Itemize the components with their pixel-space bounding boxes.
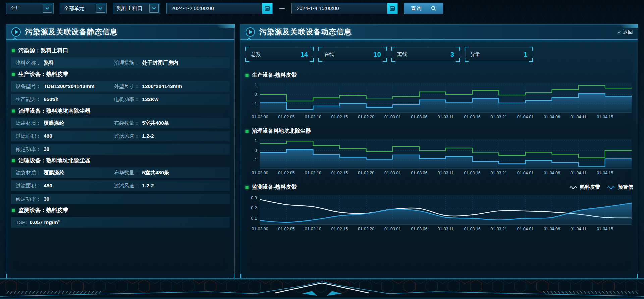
info-value: 132Kw — [142, 96, 158, 102]
info-label: 生产能力： — [16, 96, 41, 103]
double-chevron-left-icon: « — [618, 29, 620, 35]
info-value: 0.057 mg/m³ — [30, 219, 60, 225]
info-value: 覆膜涤纶 — [44, 120, 64, 127]
svg-text:01-03 16: 01-03 16 — [464, 171, 480, 175]
info-label: 过滤风速： — [114, 133, 139, 139]
section-heading-text: 治理设备：熟料地坑南除尘器 — [18, 107, 91, 115]
info-label: 过滤面积： — [16, 133, 41, 139]
chart-title: 治理设备料地坑北除尘器 — [252, 128, 311, 135]
info-label: 设备型号： — [16, 83, 41, 90]
info-label: 过滤面积： — [16, 183, 41, 189]
info-value: 覆膜涤纶 — [44, 169, 64, 176]
svg-text:01-03 21: 01-03 21 — [491, 115, 507, 119]
start-date-value: 2024-1-2 00:00:00 — [171, 5, 214, 11]
info-label: 滤袋材质： — [16, 170, 41, 176]
chart-block-1: 生产设备-熟料皮带 10-101-02 0001-02 0501-02 1001… — [245, 72, 633, 120]
section-heading: 治理设备：熟料地坑南除尘器 — [12, 107, 230, 115]
info-cell: 外型尺寸：1200*204143mm — [114, 83, 225, 90]
search-icon — [431, 6, 436, 11]
unit-select-value: 全部单元 — [64, 5, 84, 12]
chevron-down-icon — [43, 4, 52, 13]
static-info-panel: 污染源及关联设备静态信息 污染源：熟料上料口物料名称：熟料治理措施：处于封闭厂房… — [6, 24, 235, 279]
start-date-input[interactable]: 2024-1-2 00:00:00 — [166, 3, 262, 14]
chart-block-3: 监测设备-熟料皮带 熟料皮带预警信 0.30.20.101-02 0001-02… — [245, 184, 633, 232]
svg-text:01-04 06: 01-04 06 — [544, 115, 560, 119]
svg-text:0.3: 0.3 — [251, 195, 257, 200]
svg-text:01-02 05: 01-02 05 — [278, 115, 294, 119]
plant-select[interactable]: 全厂 — [6, 3, 54, 14]
source-select[interactable]: 熟料上料口 — [113, 3, 160, 14]
dynamic-content: 总数 14 在线 10 离线 3 异常 1 生产设备-熟料皮带 10-101-0… — [240, 40, 638, 232]
svg-text:01-04 01: 01-04 01 — [517, 227, 534, 231]
svg-text:01-02 00: 01-02 00 — [252, 227, 268, 231]
calendar-icon[interactable] — [387, 3, 398, 14]
info-label: 物料名称： — [16, 60, 41, 66]
info-row: 额定功率：30 — [11, 194, 230, 204]
info-cell: 过滤面积：480 — [16, 183, 114, 189]
svg-text:01-04 11: 01-04 11 — [571, 115, 587, 119]
unit-select[interactable]: 全部单元 — [60, 3, 107, 14]
svg-text:01-04 15: 01-04 15 — [597, 115, 613, 119]
section-heading-text: 治理设备：熟料地坑北除尘器 — [18, 157, 91, 164]
end-date-input[interactable]: 2024-1-4 15:00:00 — [291, 3, 387, 14]
info-cell: 布华数量：5室共480条 — [114, 169, 225, 176]
toolbar: 全厂 全部单元 熟料上料口 2024-1-2 00:00:00 — 2024-1… — [6, 3, 443, 14]
info-label: 额定功率： — [16, 146, 41, 153]
info-label: 布华数量： — [114, 170, 139, 176]
info-row: 设备型号：TDB1200*204143mm外型尺寸：1200*204143mm — [11, 81, 230, 92]
svg-text:01-03 21: 01-03 21 — [491, 171, 507, 175]
svg-text:01-03 06: 01-03 06 — [411, 171, 427, 175]
info-value: 1.2-2 — [142, 133, 154, 139]
info-cell: 滤袋材质：覆膜涤纶 — [16, 120, 114, 127]
stat-value: 3 — [450, 51, 454, 58]
svg-text:01-04 01: 01-04 01 — [517, 115, 534, 119]
info-cell: 滤袋材质：覆膜涤纶 — [16, 169, 114, 176]
info-value: 30 — [44, 196, 49, 202]
info-row: 生产能力：650t/h电机功率：132Kw — [11, 94, 230, 105]
section-bullet-icon — [12, 73, 15, 76]
info-row: TSP:0.057 mg/m³ — [11, 217, 230, 228]
info-cell: 过滤风速：1.2-2 — [114, 133, 225, 139]
stat-value: 1 — [524, 51, 527, 58]
static-panel-header: 污染源及关联设备静态信息 — [6, 25, 234, 40]
query-button[interactable]: 查询 — [404, 3, 443, 14]
svg-text:01-03 16: 01-03 16 — [464, 227, 480, 231]
svg-text:01-03 11: 01-03 11 — [438, 171, 454, 175]
stat-card-offline: 离线 3 — [391, 47, 460, 62]
info-row: 过滤面积：480过鸿风速：1.2-2 — [11, 180, 230, 191]
stat-label: 异常 — [470, 51, 480, 58]
info-cell: TSP:0.057 mg/m³ — [16, 219, 114, 225]
start-date-group: 2024-1-2 00:00:00 — [166, 3, 273, 14]
info-value: 480 — [44, 183, 52, 189]
stat-card-total: 总数 14 — [245, 47, 314, 62]
svg-text:01-02 15: 01-02 15 — [331, 115, 348, 119]
chart-legend: 熟料皮带预警信 — [570, 184, 633, 190]
calendar-icon[interactable] — [262, 3, 273, 14]
section-heading: 污染源：熟料上料口 — [12, 47, 230, 54]
svg-text:1: 1 — [255, 138, 257, 143]
legend-item[interactable]: 预警信 — [607, 184, 633, 190]
wave-line-icon — [570, 185, 578, 189]
info-cell: 物料名称：熟料 — [16, 59, 114, 67]
svg-text:01-03 16: 01-03 16 — [464, 115, 480, 119]
info-label: 电机功率： — [114, 96, 139, 103]
svg-text:-1: -1 — [253, 157, 257, 162]
info-row: 滤袋材质：覆膜涤纶布袋数量：5室共480条 — [11, 118, 230, 128]
svg-text:01-02 15: 01-02 15 — [331, 171, 348, 175]
svg-text:01-04 06: 01-04 06 — [544, 171, 560, 175]
chart-canvas: 0.30.20.101-02 0001-02 0501-02 1001-02 1… — [245, 193, 634, 232]
back-button-label: 返回 — [623, 29, 633, 35]
info-label: 治理措施： — [114, 60, 139, 66]
dynamic-info-panel: 污染源及关联设备动态信息 « 返回 总数 14 在线 10 离线 3 异常 1 — [240, 24, 638, 279]
back-button[interactable]: « 返回 — [618, 29, 633, 35]
static-panel-title: 污染源及关联设备静态信息 — [25, 27, 118, 37]
stat-value: 14 — [301, 51, 308, 58]
legend-item[interactable]: 熟料皮带 — [570, 184, 600, 190]
info-cell: 额定功率：30 — [16, 196, 114, 202]
svg-text:01-04 11: 01-04 11 — [571, 171, 587, 175]
svg-text:1: 1 — [255, 82, 257, 87]
section-bullet-icon — [12, 49, 15, 52]
svg-text:01-02 00: 01-02 00 — [252, 171, 268, 175]
info-cell: 电机功率：132Kw — [114, 96, 225, 103]
section-heading: 生产设备：熟料皮带 — [12, 71, 230, 78]
